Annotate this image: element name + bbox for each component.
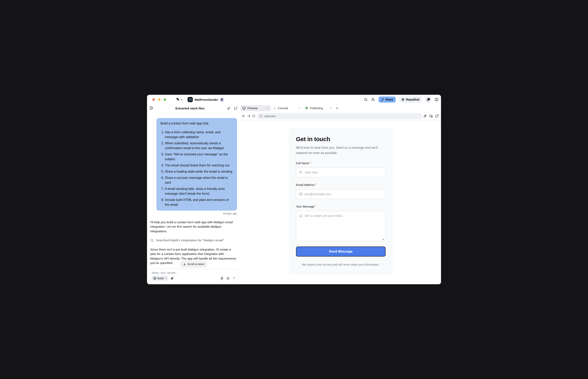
globe-icon bbox=[401, 98, 404, 101]
privacy-note: We respect your privacy and will never s… bbox=[296, 263, 386, 266]
search-button[interactable] bbox=[364, 98, 368, 101]
message-textarea[interactable] bbox=[304, 214, 382, 238]
attach-file-button[interactable] bbox=[171, 277, 174, 280]
tab-preview[interactable]: Preview × bbox=[240, 105, 271, 111]
url-bar[interactable]: .replit.dev/ bbox=[257, 113, 422, 119]
contact-form-card: Get in touch We'd love to hear from you.… bbox=[289, 128, 392, 274]
paperclip-icon bbox=[171, 277, 174, 280]
megaphone-icon bbox=[227, 106, 231, 110]
email-input-wrapper bbox=[296, 189, 386, 199]
close-window-button[interactable] bbox=[152, 98, 155, 101]
invite-user-button[interactable] bbox=[371, 98, 375, 101]
zoom-window-button[interactable] bbox=[164, 98, 166, 101]
send-prompt-button[interactable] bbox=[233, 277, 236, 280]
reload-button[interactable] bbox=[252, 114, 255, 118]
chat-panel-title: Extracted stack files bbox=[153, 107, 227, 110]
share-button[interactable]: Share bbox=[379, 96, 396, 103]
split-panel-icon bbox=[435, 98, 438, 101]
app-icon bbox=[188, 97, 193, 102]
mail-icon bbox=[299, 192, 302, 195]
chat-header: Extracted stack files bbox=[147, 104, 240, 112]
tab-publishing[interactable]: Publishing × bbox=[303, 105, 334, 111]
presence-avatar[interactable] bbox=[221, 98, 223, 101]
arrow-left-icon bbox=[242, 115, 245, 117]
workspace-menu[interactable] bbox=[176, 98, 183, 101]
share-label: Share bbox=[385, 98, 393, 101]
tab-label: Console bbox=[278, 107, 288, 110]
agent-chat-panel: Extracted stack files Build a contact fo… bbox=[147, 104, 240, 284]
new-chat-button[interactable] bbox=[234, 106, 238, 110]
close-tab-button[interactable]: × bbox=[330, 107, 332, 110]
copy-layout-button[interactable] bbox=[425, 96, 431, 103]
workspace-panel: Preview × >_ Console × Publishing × + bbox=[240, 104, 441, 284]
republish-button[interactable]: Republish bbox=[399, 96, 422, 103]
form-title: Get in touch bbox=[296, 136, 386, 142]
new-tab-button[interactable]: + bbox=[336, 106, 338, 110]
tab-console[interactable]: >_ Console × bbox=[272, 105, 302, 111]
resize-handle[interactable]: ◢ bbox=[383, 238, 384, 240]
announcements-button[interactable] bbox=[227, 106, 231, 110]
replit-app-window: MailFormSender Share Republish bbox=[147, 95, 441, 284]
history-button[interactable] bbox=[149, 106, 153, 110]
mode-selector-build[interactable]: Build bbox=[152, 276, 168, 281]
title-bar: MailFormSender Share Republish bbox=[147, 95, 441, 104]
chat-input[interactable] bbox=[152, 271, 236, 274]
list-item: Include both HTML and plain-text version… bbox=[165, 198, 233, 207]
field-label: Your Message bbox=[296, 205, 315, 208]
name-input[interactable] bbox=[305, 171, 382, 174]
devtools-button[interactable] bbox=[424, 114, 427, 118]
forward-button[interactable] bbox=[247, 115, 250, 117]
monitor-icon bbox=[242, 107, 246, 110]
responsive-view-button[interactable] bbox=[429, 114, 433, 118]
history-icon bbox=[149, 106, 153, 110]
cube-icon bbox=[153, 277, 156, 280]
device-toggle-icon bbox=[429, 114, 433, 118]
link-icon bbox=[381, 98, 384, 101]
email-input[interactable] bbox=[305, 192, 382, 196]
name-input-wrapper bbox=[296, 168, 386, 177]
field-group-email: Email Address* bbox=[296, 183, 386, 199]
chat-message-list: Build a contact form web app that: Has a… bbox=[147, 112, 240, 269]
external-link-icon bbox=[435, 114, 439, 118]
back-button[interactable] bbox=[242, 115, 245, 117]
arrow-down-icon bbox=[183, 263, 186, 266]
reload-icon bbox=[252, 114, 255, 118]
chat-bubble-icon bbox=[299, 215, 302, 218]
close-tab-button[interactable]: × bbox=[267, 107, 269, 110]
chevron-up-icon bbox=[165, 278, 166, 279]
message-timestamp: 18 days ago bbox=[150, 212, 237, 216]
scroll-to-latest-button[interactable]: Scroll to latest bbox=[180, 261, 207, 267]
quick-actions-button[interactable] bbox=[221, 277, 223, 280]
chat-composer[interactable]: Build bbox=[149, 269, 238, 283]
message-textarea-wrapper: ◢ bbox=[296, 211, 386, 241]
user-message-bubble: Build a contact form web app that: Has a… bbox=[157, 118, 237, 211]
field-group-message: Your Message* ◢ bbox=[296, 205, 386, 241]
minimize-window-button[interactable] bbox=[158, 98, 160, 101]
toggle-sidebar-button[interactable] bbox=[435, 98, 438, 101]
arrow-up-icon bbox=[233, 277, 236, 280]
list-item: If email sending fails, show a friendly … bbox=[165, 187, 233, 196]
republish-label: Republish bbox=[406, 98, 419, 101]
app-title: MailFormSender bbox=[195, 98, 218, 101]
publishing-globe-icon bbox=[305, 107, 308, 110]
user-prompt-list: Has a form collecting name, email, and m… bbox=[160, 130, 233, 207]
lightning-icon bbox=[221, 277, 223, 280]
search-icon bbox=[150, 239, 154, 242]
app-identity[interactable]: MailFormSender bbox=[188, 97, 218, 102]
sliders-icon bbox=[226, 277, 230, 280]
scroll-to-latest-label: Scroll to latest bbox=[187, 263, 205, 266]
window-controls bbox=[152, 98, 166, 101]
tab-bar: Preview × >_ Console × Publishing × + bbox=[240, 104, 441, 112]
field-group-name: Full Name* bbox=[296, 161, 386, 177]
chat-plus-icon bbox=[234, 106, 238, 110]
search-action-label: Searched Replit's integrations for "Mail… bbox=[156, 238, 224, 242]
list-item: Has a form collecting name, email, and m… bbox=[165, 130, 233, 140]
field-label: Full Name bbox=[296, 162, 309, 165]
send-message-button[interactable]: Send Message bbox=[296, 247, 386, 256]
search-action-row[interactable]: Searched Replit's integrations for "Mail… bbox=[150, 238, 237, 242]
web-preview: Get in touch We'd love to hear from you.… bbox=[240, 120, 441, 284]
settings-sliders-button[interactable] bbox=[226, 277, 230, 280]
close-tab-button[interactable]: × bbox=[298, 107, 300, 110]
terminal-icon: >_ bbox=[274, 107, 276, 110]
open-in-new-tab-button[interactable] bbox=[435, 114, 439, 118]
